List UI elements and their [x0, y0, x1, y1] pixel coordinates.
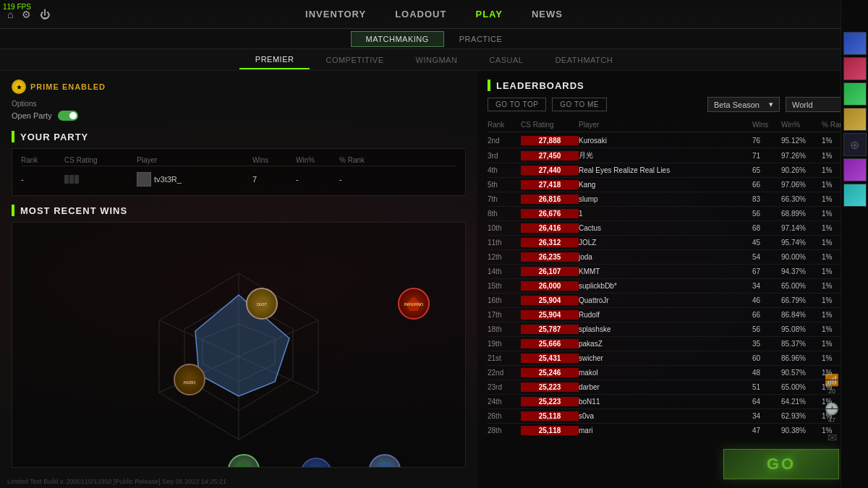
- lb-row[interactable]: 11th 26,312 JOLZ 45 95.74% 1%: [488, 236, 858, 250]
- lb-row[interactable]: 23rd 25,223 darber 51 65.00% 1%: [488, 380, 858, 395]
- lb-row[interactable]: 22nd 25,246 makol 48 90.57% 1%: [488, 366, 858, 380]
- lb-row[interactable]: 24th 25,223 boN11 64 64.21% 1%: [488, 395, 858, 409]
- lb-rank: 4th: [488, 166, 521, 174]
- lb-player: 1: [579, 210, 752, 218]
- lb-rating: 25,118: [521, 411, 579, 421]
- map-icon-vertigo: VERTIGO: [300, 458, 332, 468]
- lb-wins: 56: [752, 325, 781, 333]
- power-icon[interactable]: ⏻: [40, 9, 50, 20]
- section-bar: [12, 131, 14, 142]
- nav-loadout[interactable]: LOADOUT: [395, 9, 446, 20]
- player-pct-rank: -: [339, 175, 383, 184]
- lb-rank: 26th: [488, 412, 521, 420]
- radar-chart: INFERNO DUST MIRAGE NUKE: [116, 252, 362, 461]
- nav-inventory[interactable]: INVENTORY: [305, 9, 366, 20]
- lb-rank: 23rd: [488, 383, 521, 391]
- go-to-me-btn[interactable]: GO TO ME: [552, 98, 607, 111]
- nav-center: INVENTORY LOADOUT PLAY NEWS: [305, 9, 563, 20]
- lb-row[interactable]: 2nd 27,888 Kurosaki 76 95.12% 1%: [488, 134, 858, 148]
- user-slot-7[interactable]: [843, 184, 867, 207]
- lb-col-wins: Wins: [752, 121, 781, 129]
- lb-rating: 25,431: [521, 354, 579, 363]
- map-badge-anubis[interactable]: ANUBIS: [174, 364, 205, 395]
- user-slot-5[interactable]: ⊕: [843, 133, 867, 156]
- map-badge-dust[interactable]: DUST: [246, 288, 278, 320]
- map-badge-inferno[interactable]: INFERNO: [398, 288, 430, 320]
- lb-player: darber: [579, 383, 752, 391]
- rank-seg-2: [69, 175, 74, 184]
- lb-rank: 16th: [488, 296, 521, 304]
- lb-row[interactable]: 8th 26,676 1 56 68.89% 1%: [488, 207, 858, 221]
- lb-win-pct: 90.38%: [781, 427, 822, 435]
- open-party-label: Open Party: [12, 111, 52, 120]
- user-slot-2[interactable]: [843, 57, 867, 80]
- lb-row[interactable]: 17th 25,904 Rudolf 66 86.84% 1%: [488, 308, 858, 322]
- lb-row[interactable]: 5th 27,418 Kang 66 97.06% 1%: [488, 178, 858, 192]
- lb-rating: 25,246: [521, 368, 579, 377]
- player-rank: -: [21, 175, 64, 184]
- rank-seg-1: [64, 175, 69, 184]
- svg-rect-7: [378, 463, 391, 468]
- left-panel: ★ PRIME ENABLED Options Open Party YOUR …: [0, 71, 477, 488]
- lb-row[interactable]: 21st 25,431 swicher 60 86.96% 1%: [488, 351, 858, 366]
- rank-seg-3: [75, 175, 79, 184]
- col-player: Player: [137, 156, 252, 164]
- tab-casual[interactable]: CASUAL: [473, 51, 539, 69]
- lb-wins: 56: [752, 210, 781, 218]
- lb-row[interactable]: 15th 26,000 suplickbDb* 34 65.00% 1%: [488, 279, 858, 294]
- lb-win-pct: 94.37%: [781, 267, 822, 275]
- lb-row[interactable]: 19th 25,666 pakasZ 35 85.37% 1%: [488, 337, 858, 351]
- tab-premier[interactable]: PREMIER: [239, 51, 310, 69]
- user-slot-6[interactable]: [843, 158, 867, 181]
- tab-wingman[interactable]: WINGMAN: [400, 51, 474, 69]
- lb-row[interactable]: 14th 26,107 KMMT 67 94.37% 1%: [488, 265, 858, 279]
- lb-row[interactable]: 16th 25,904 QuattroJr 46 66.79% 1%: [488, 294, 858, 308]
- matchmaking-tab[interactable]: MATCHMAKING: [351, 31, 444, 47]
- practice-tab[interactable]: PRACTICE: [444, 31, 518, 47]
- nav-news[interactable]: NEWS: [532, 9, 563, 20]
- lb-win-pct: 97.26%: [781, 152, 822, 160]
- lb-row[interactable]: 12th 26,235 joda 54 90.00% 1%: [488, 250, 858, 265]
- lb-row[interactable]: 7th 26,816 slump 83 66.30% 1%: [488, 192, 858, 207]
- lb-win-pct: 62.93%: [781, 412, 822, 420]
- lb-player: slump: [579, 195, 752, 203]
- fps-counter: 119 FPS: [3, 3, 31, 11]
- user-slot-4[interactable]: [843, 108, 867, 131]
- lb-rating: 27,888: [521, 136, 579, 145]
- lb-col-rating: CS Rating: [521, 121, 579, 129]
- open-party-toggle[interactable]: [58, 111, 78, 121]
- lb-row[interactable]: 28th 25,118 mari 47 90.38% 1%: [488, 424, 858, 437]
- lb-wins: 71: [752, 152, 781, 160]
- user-slot-1[interactable]: [843, 32, 867, 55]
- lb-rank: 10th: [488, 224, 521, 232]
- map-badge-nuke[interactable]: NUKE: [228, 454, 260, 468]
- go-to-top-btn[interactable]: GO TO TOP: [488, 98, 546, 111]
- user-slot-3[interactable]: [843, 82, 867, 106]
- map-icon-anubis: ANUBIS: [174, 364, 205, 395]
- lb-player: splashske: [579, 325, 752, 333]
- map-badge-vertigo[interactable]: VERTIGO: [300, 458, 332, 468]
- season-dropdown[interactable]: Beta Season ▾: [707, 97, 780, 112]
- party-player-row: - tv3t3R_ 7 - -: [21, 169, 456, 189]
- lb-row[interactable]: 26th 25,118 s0va 34 62.93% 1%: [488, 409, 858, 424]
- lb-row[interactable]: 18th 25,787 splashske 56 95.08% 1%: [488, 322, 858, 337]
- lb-controls: GO TO TOP GO TO ME Beta Season ▾ World ▾: [488, 97, 858, 112]
- lb-row[interactable]: 3rd 27,450 月光 71 97.26% 1%: [488, 148, 858, 163]
- lb-win-pct: 66.30%: [781, 195, 822, 203]
- lb-row[interactable]: 10th 26,416 Cactus 68 97.14% 1%: [488, 221, 858, 236]
- lb-win-pct: 86.84%: [781, 311, 822, 319]
- map-badge-mirage[interactable]: MIRAGE: [369, 454, 401, 468]
- lb-row[interactable]: 4th 27,440 Real Eyes Realize Real Lies 6…: [488, 163, 858, 178]
- lb-player: QuattroJr: [579, 296, 752, 304]
- lb-rank: 2nd: [488, 137, 521, 145]
- rank-bar: [64, 175, 137, 184]
- lb-rating: 25,904: [521, 310, 579, 320]
- wins-section: INFERNO DUST MIRAGE NUKE: [12, 222, 466, 468]
- player-wins: 7: [252, 175, 296, 184]
- tab-deathmatch[interactable]: DEATHMATCH: [539, 51, 629, 69]
- tab-competitive[interactable]: COMPETITIVE: [310, 51, 399, 69]
- prime-row: ★ PRIME ENABLED: [12, 80, 466, 94]
- nav-play[interactable]: PLAY: [475, 9, 502, 20]
- lb-win-pct: 95.12%: [781, 137, 822, 145]
- lb-win-pct: 95.74%: [781, 239, 822, 247]
